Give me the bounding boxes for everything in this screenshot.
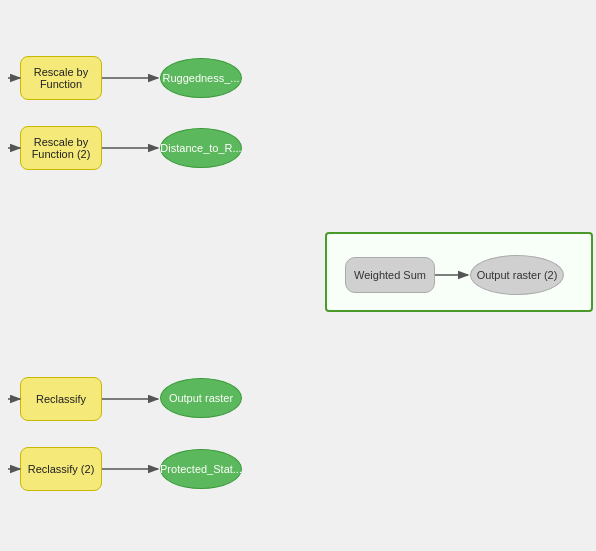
output-raster-node[interactable]: Output raster [160, 378, 242, 418]
distance-to-r-node[interactable]: Distance_to_R... [160, 128, 242, 168]
canvas: Rescale by Function Rescale byFunction (… [0, 0, 596, 551]
weighted-sum-node[interactable]: Weighted Sum [345, 257, 435, 293]
protected-stat-node[interactable]: Protected_Stat... [160, 449, 242, 489]
rescale-by-function-2-node[interactable]: Rescale byFunction (2) [20, 126, 102, 170]
output-raster-2-node[interactable]: Output raster (2) [470, 255, 564, 295]
reclassify-2-node[interactable]: Reclassify (2) [20, 447, 102, 491]
ruggedness-node[interactable]: Ruggedness_... [160, 58, 242, 98]
reclassify-node[interactable]: Reclassify [20, 377, 102, 421]
rescale-by-function-node[interactable]: Rescale by Function [20, 56, 102, 100]
